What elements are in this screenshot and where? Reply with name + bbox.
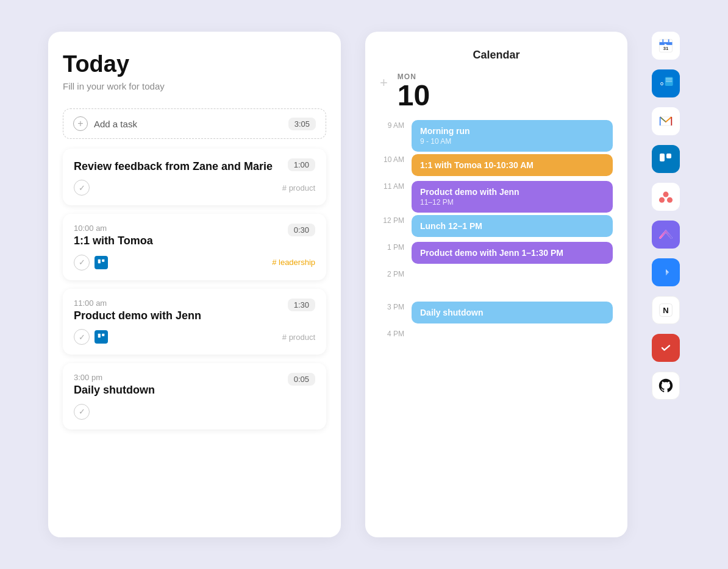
daily-shutdown-title: Daily shutdown bbox=[420, 308, 604, 317]
cal-time-1pm: 1 PM bbox=[380, 242, 404, 252]
svg-rect-17 bbox=[666, 154, 671, 158]
sidebar-icon-jira[interactable] bbox=[652, 258, 680, 286]
sidebar-icon-asana[interactable] bbox=[652, 183, 680, 211]
task-card-3: 11:00 am Product demo with Jenn 1:30 ✓ #… bbox=[63, 289, 326, 355]
task-3-title: Product demo with Jenn bbox=[74, 309, 201, 323]
calendar-date-block: MON 10 bbox=[398, 72, 430, 110]
morning-run-time: 9 - 10 AM bbox=[420, 137, 604, 146]
task-2-time: 10:00 am bbox=[74, 224, 153, 233]
task-4-check[interactable]: ✓ bbox=[74, 404, 90, 420]
add-task-icon: + bbox=[73, 116, 88, 131]
task-1-footer: ✓ # product bbox=[74, 180, 315, 196]
sidebar-icons: 31 ▶ O bbox=[652, 32, 680, 400]
today-panel: Today Fill in your work for today + Add … bbox=[48, 32, 341, 537]
add-task-left: + Add a task bbox=[73, 116, 137, 131]
add-task-time-badge: 3:05 bbox=[288, 118, 316, 130]
svg-rect-14 bbox=[666, 80, 672, 80]
task-1-check[interactable]: ✓ bbox=[74, 180, 90, 196]
task-card-2: 10:00 am 1:1 with Tomoa 0:30 ✓ # leaders… bbox=[63, 214, 326, 280]
task-2-title: 1:1 with Tomoa bbox=[74, 234, 153, 248]
cal-time-10am: 10 AM bbox=[380, 154, 404, 164]
task-2-footer-left: ✓ bbox=[74, 255, 108, 270]
cal-slot-1pm: Product demo with Jenn 1–1:30 PM bbox=[412, 242, 613, 269]
cal-event-morning-run[interactable]: Morning run 9 - 10 AM bbox=[412, 120, 613, 152]
cal-row-4pm: 4 PM bbox=[380, 328, 613, 353]
sidebar-icon-notion[interactable]: N bbox=[652, 296, 680, 324]
cal-time-9am: 9 AM bbox=[380, 120, 404, 130]
svg-text:31: 31 bbox=[663, 46, 668, 51]
product-demo-time: 11–12 PM bbox=[420, 198, 604, 207]
cal-slot-12pm: Lunch 12–1 PM bbox=[412, 215, 613, 242]
cal-row-9am: 9 AM Morning run 9 - 10 AM bbox=[380, 120, 613, 154]
calendar-title: Calendar bbox=[380, 49, 613, 62]
task-2-check[interactable]: ✓ bbox=[74, 255, 90, 270]
cal-slot-2pm bbox=[412, 269, 613, 302]
cal-event-product-demo[interactable]: Product demo with Jenn 11–12 PM bbox=[412, 181, 613, 213]
task-3-header: 11:00 am Product demo with Jenn 1:30 bbox=[74, 299, 315, 323]
add-task-row[interactable]: + Add a task 3:05 bbox=[63, 108, 326, 139]
svg-point-20 bbox=[667, 197, 673, 203]
sidebar-icon-github[interactable] bbox=[652, 372, 680, 400]
cal-event-product-demo-2[interactable]: Product demo with Jenn 1–1:30 PM bbox=[412, 242, 613, 264]
cal-event-one-on-one[interactable]: 1:1 with Tomoa 10-10:30 AM bbox=[412, 154, 613, 176]
task-card-1: Review feedback from Zane and Marie 1:00… bbox=[63, 149, 326, 205]
cal-slot-4pm bbox=[412, 328, 613, 353]
cal-row-12pm: 12 PM Lunch 12–1 PM bbox=[380, 215, 613, 242]
sidebar-icon-clickup[interactable] bbox=[652, 221, 680, 249]
cal-time-4pm: 4 PM bbox=[380, 328, 404, 338]
cal-time-2pm: 2 PM bbox=[380, 269, 404, 278]
svg-rect-2 bbox=[98, 334, 101, 338]
sidebar-icon-trello[interactable] bbox=[652, 145, 680, 173]
cal-day-number: 10 bbox=[398, 81, 430, 110]
svg-rect-15 bbox=[666, 81, 672, 82]
task-3-info: 11:00 am Product demo with Jenn bbox=[74, 299, 201, 323]
task-1-title: Review feedback from Zane and Marie bbox=[74, 158, 273, 174]
task-2-footer: ✓ # leadership bbox=[74, 255, 315, 270]
task-3-badge: 1:30 bbox=[288, 299, 315, 311]
sidebar-icon-outlook[interactable]: O bbox=[652, 69, 680, 97]
task-card-4: 3:00 pm Daily shutdown 0:05 ✓ bbox=[63, 363, 326, 429]
cal-event-daily-shutdown[interactable]: Daily shutdown bbox=[412, 302, 613, 323]
task-3-time: 11:00 am bbox=[74, 299, 201, 308]
sidebar-icon-gcal[interactable]: 31 ▶ bbox=[652, 32, 680, 60]
svg-rect-16 bbox=[660, 154, 665, 161]
svg-text:O: O bbox=[660, 82, 663, 86]
svg-point-19 bbox=[659, 197, 665, 203]
svg-point-18 bbox=[663, 192, 668, 197]
cal-slot-9am: Morning run 9 - 10 AM bbox=[412, 120, 613, 154]
sidebar-icon-gmail[interactable] bbox=[652, 107, 680, 135]
svg-rect-0 bbox=[98, 260, 101, 263]
cal-slot-11am: Product demo with Jenn 11–12 PM bbox=[412, 181, 613, 215]
cal-slot-3pm: Daily shutdown bbox=[412, 302, 613, 328]
sidebar-icon-todoist[interactable] bbox=[652, 334, 680, 362]
product-demo-2-title: Product demo with Jenn 1–1:30 PM bbox=[420, 248, 604, 258]
cal-time-3pm: 3 PM bbox=[380, 302, 404, 311]
svg-text:N: N bbox=[663, 306, 668, 315]
cal-slot-10am: 1:1 with Tomoa 10-10:30 AM bbox=[412, 154, 613, 181]
task-4-header: 3:00 pm Daily shutdown 0:05 bbox=[74, 373, 315, 397]
calendar-add-btn[interactable]: + bbox=[380, 75, 388, 91]
task-1-header: Review feedback from Zane and Marie 1:00 bbox=[74, 158, 315, 174]
cal-time-11am: 11 AM bbox=[380, 181, 404, 191]
task-2-info: 10:00 am 1:1 with Tomoa bbox=[74, 224, 153, 248]
calendar-panel: Calendar + MON 10 9 AM Morning run 9 - 1… bbox=[365, 32, 627, 537]
task-4-title: Daily shutdown bbox=[74, 383, 155, 397]
cal-row-2pm: 2 PM bbox=[380, 269, 613, 302]
trello-icon-2 bbox=[95, 256, 108, 269]
svg-rect-3 bbox=[102, 334, 104, 336]
task-3-check[interactable]: ✓ bbox=[74, 329, 90, 345]
task-2-badge: 0:30 bbox=[288, 224, 315, 236]
calendar-header: + MON 10 bbox=[380, 72, 613, 110]
task-3-footer: ✓ # product bbox=[74, 329, 315, 345]
task-4-badge: 0:05 bbox=[288, 373, 315, 386]
cal-row-1pm: 1 PM Product demo with Jenn 1–1:30 PM bbox=[380, 242, 613, 269]
task-3-tag: # product bbox=[282, 333, 315, 342]
cal-event-lunch[interactable]: Lunch 12–1 PM bbox=[412, 215, 613, 237]
calendar-body: 9 AM Morning run 9 - 10 AM 10 AM 1:1 wit… bbox=[380, 120, 613, 353]
today-subtitle: Fill in your work for today bbox=[63, 81, 326, 91]
trello-icon-3 bbox=[95, 330, 108, 344]
cal-row-3pm: 3 PM Daily shutdown bbox=[380, 302, 613, 328]
task-2-tag: # leadership bbox=[272, 258, 315, 267]
task-1-tag: # product bbox=[282, 183, 315, 193]
cal-time-12pm: 12 PM bbox=[380, 215, 404, 225]
